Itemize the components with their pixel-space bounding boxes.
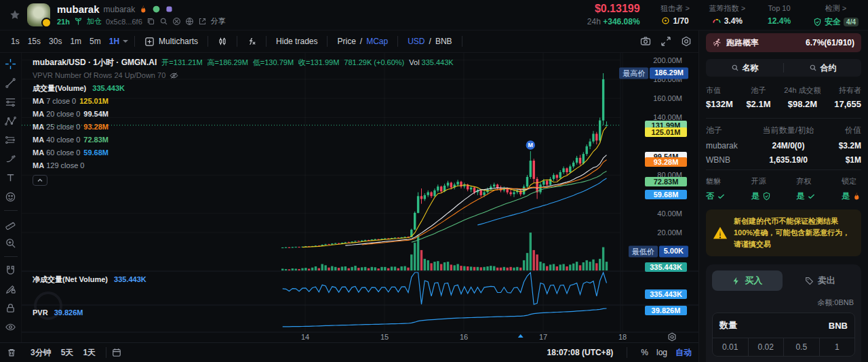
range-2[interactable]: 1天: [78, 346, 100, 360]
axis-settings-icon[interactable]: [667, 332, 677, 342]
quick-amount-0.5[interactable]: 0.5: [783, 338, 819, 356]
timeframe-1H[interactable]: 1H: [105, 35, 123, 48]
quick-amount-0.01[interactable]: 0.01: [713, 338, 748, 356]
buy-tab[interactable]: 买入: [712, 270, 783, 291]
security-锁定: 锁定是: [842, 176, 861, 202]
timeframe-5m[interactable]: 5m: [85, 35, 105, 48]
x-axis-tick[interactable]: 16: [460, 333, 468, 341]
multicharts-button[interactable]: Multicharts: [140, 35, 202, 49]
drawing-lock-icon[interactable]: [5, 283, 16, 295]
ma-legend-row-20: MA 20 close 099.54M: [33, 108, 454, 121]
zoom-in-icon[interactable]: [5, 237, 16, 249]
pool-amount: 24M/0(0): [753, 141, 823, 150]
sell-tab[interactable]: 卖出: [785, 270, 856, 291]
security-开源: 开源是: [751, 176, 771, 202]
percent-scale-button[interactable]: %: [641, 348, 648, 357]
security-label: 弃权: [796, 176, 816, 186]
header-stat-1: 蓝筹指数 >3.4%: [709, 3, 745, 28]
tab-name-search[interactable]: 名称: [706, 62, 783, 74]
check-icon: [717, 192, 726, 201]
favorite-star-icon[interactable]: [9, 9, 20, 20]
emoji-icon[interactable]: [5, 191, 16, 203]
tab-contract-search[interactable]: 合约: [784, 62, 861, 74]
security-checks: 貔貅否开源是弃权是锁定是: [706, 169, 861, 202]
hide-trades-button[interactable]: Hide trades: [272, 35, 321, 48]
position-label[interactable]: 加仓: [87, 16, 102, 26]
x-axis-tick[interactable]: 14: [301, 333, 309, 341]
long-position-icon[interactable]: [5, 134, 16, 146]
lock-all-icon[interactable]: [5, 302, 16, 314]
search-icon[interactable]: [159, 17, 168, 26]
range-0[interactable]: 3分钟: [26, 346, 56, 360]
magnet-icon[interactable]: [5, 264, 16, 276]
crosshair-icon[interactable]: [5, 58, 16, 70]
volume-pane-value: 335.443K: [92, 84, 125, 92]
market-stat-value: $132M: [706, 99, 733, 109]
camera-icon[interactable]: [640, 36, 651, 47]
timeframe-1s[interactable]: 1s: [7, 35, 24, 48]
market-stat-value: $98.2M: [784, 99, 821, 109]
indicators-fx-icon[interactable]: [243, 35, 260, 48]
y-axis-tick: 20.00M: [657, 228, 682, 237]
fib-lines-icon[interactable]: [5, 96, 16, 108]
x-axis-tick[interactable]: 15: [380, 333, 389, 341]
ma-legend-row-40: MA 40 close 072.83M: [33, 134, 454, 146]
header-stat-label[interactable]: 狙击者 >: [658, 3, 693, 14]
header-stat-label[interactable]: Top 10: [762, 3, 797, 14]
y-axis-tick: 160.00M: [653, 94, 682, 102]
ruler-icon[interactable]: [5, 218, 16, 230]
website-icon[interactable]: [185, 17, 194, 26]
trash-icon[interactable]: [7, 348, 16, 357]
axis-price-badge: 59.68M: [645, 190, 687, 199]
contract-address[interactable]: 0x5c8...6f6: [106, 18, 142, 26]
usd-bnb-toggle[interactable]: USD/ BNB: [403, 35, 456, 48]
buy-tab-label: 买入: [745, 275, 762, 287]
x-axis-tick[interactable]: 17: [539, 333, 547, 341]
chart-legend: mubarak/USD · 1小时 · GMGN.AI 开=131.21M 高=…: [33, 56, 454, 186]
chart-settings-icon[interactable]: [681, 36, 692, 47]
multicharts-label: Multicharts: [159, 37, 198, 46]
pool-header-row: 池子 当前数量/初始 价值: [706, 125, 861, 136]
toolbar-divider: [4, 256, 18, 257]
quick-amount-0.02[interactable]: 0.02: [748, 338, 784, 356]
timeframe-caret-icon[interactable]: [122, 38, 129, 45]
chart-clock[interactable]: 18:07:08 (UTC+8): [547, 348, 614, 357]
timeframe-30s[interactable]: 30s: [45, 35, 66, 48]
market-stat-value: $2.1M: [746, 99, 770, 109]
search-icon: [809, 64, 817, 72]
collapse-indicators-button[interactable]: [33, 175, 47, 186]
range-1[interactable]: 5天: [56, 346, 79, 360]
timeframe-1m[interactable]: 1m: [66, 35, 85, 48]
run-risk-banner[interactable]: 跑路概率 6.7%(61/910): [706, 33, 861, 52]
header-stat-value: 1/70: [658, 16, 693, 26]
twitter-icon[interactable]: [172, 17, 181, 26]
header-stat-label[interactable]: 蓝筹指数 >: [709, 3, 745, 14]
candle-style-icon[interactable]: [214, 35, 231, 48]
header-stat-label[interactable]: 检测 >: [813, 3, 859, 14]
svg-text:M: M: [528, 142, 534, 148]
copy-icon[interactable]: [146, 17, 155, 26]
pool-value: $3.2M: [823, 141, 861, 150]
tab-name-label: 名称: [743, 62, 759, 74]
hide-all-icon[interactable]: [5, 321, 16, 333]
change-value: +346.08%: [603, 17, 639, 26]
share-label[interactable]: 分享: [211, 16, 226, 26]
x-axis-tick[interactable]: 18: [618, 333, 627, 341]
chart-area[interactable]: M mubarak/USD · 1小时 · GMGN.AI 开=131.21M …: [22, 53, 698, 342]
amount-input[interactable]: 数量 BNB: [713, 313, 854, 338]
go-to-date-icon[interactable]: [112, 348, 121, 357]
share-icon[interactable]: [198, 17, 207, 26]
quick-amount-1[interactable]: 1: [819, 338, 855, 356]
trend-line-icon[interactable]: [5, 77, 16, 89]
warning-box: 新创建的代币不能保证检测结果100%准确，可能包含新恶意行为，请谨慎交易: [706, 209, 861, 256]
price-mcap-toggle[interactable]: Price/ MCap: [333, 35, 392, 48]
token-avatar: [27, 3, 50, 26]
fullscreen-icon[interactable]: [660, 36, 671, 47]
xabcd-pattern-icon[interactable]: [5, 115, 16, 127]
text-icon[interactable]: [5, 172, 16, 184]
auto-scale-button[interactable]: 自动: [675, 347, 692, 359]
timeframe-15s[interactable]: 15s: [24, 35, 45, 48]
brush-icon[interactable]: [5, 153, 16, 165]
eye-slash-icon[interactable]: [170, 71, 178, 80]
log-scale-button[interactable]: log: [656, 348, 667, 357]
